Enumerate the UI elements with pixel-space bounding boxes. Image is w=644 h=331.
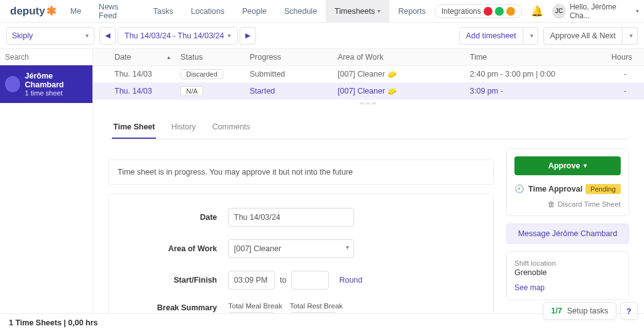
integrations-chip[interactable]: Integrations [435, 4, 522, 18]
brand-logo: deputy✱ [10, 4, 57, 18]
date-range-picker[interactable]: Thu 14/03/24 - Thu 14/03/24▾ [118, 27, 238, 45]
round-link[interactable]: Round [339, 276, 362, 285]
date-input[interactable] [228, 208, 354, 227]
tab-comments[interactable]: Comments [211, 117, 251, 139]
shift-location-label: Shift location [514, 259, 621, 267]
shift-location-value: Grenoble [514, 268, 621, 277]
col-date[interactable]: Date▴ [109, 49, 175, 65]
pending-badge: Pending [586, 184, 621, 194]
help-button[interactable]: ? [620, 302, 638, 320]
chevron-down-icon: ▾ [228, 32, 231, 39]
label-break-summary: Break Summary [128, 302, 228, 312]
approve-all-menu-button[interactable]: ▾ [623, 27, 638, 45]
nav-news-feed[interactable]: News Feed [90, 0, 144, 23]
approve-button[interactable]: Approve▾ [514, 156, 621, 175]
col-hours[interactable]: Hours [606, 49, 644, 65]
tab-time-sheet[interactable]: Time Sheet [112, 117, 156, 139]
avatar[interactable]: JC [552, 4, 566, 19]
location-dropdown[interactable]: Skiply▾ [6, 27, 94, 45]
chevron-down-icon: ▾ [584, 162, 587, 169]
hello-label: Hello, Jérôme Cha... [570, 3, 633, 20]
person-timesheet-count: 1 time sheet [25, 89, 87, 97]
clock-icon: 🕘 [514, 185, 525, 193]
integration-dot-3-icon [506, 7, 515, 16]
label-date: Date [128, 213, 228, 222]
notifications-bell-icon[interactable]: 🔔 [531, 5, 543, 17]
status-badge: Discarded [180, 69, 223, 79]
add-timesheet-button[interactable]: Add timesheet [459, 27, 523, 45]
chevron-down-icon: ▾ [377, 8, 380, 14]
date-next-button[interactable]: ▶ [240, 27, 256, 45]
nav-schedule[interactable]: Schedule [275, 0, 326, 23]
nav-me[interactable]: Me [62, 0, 90, 23]
person-avatar-icon [5, 76, 20, 92]
nav-locations[interactable]: Locations [182, 0, 234, 23]
sort-asc-icon: ▴ [167, 54, 170, 60]
label-area: Area of Work [128, 244, 228, 253]
footer-summary: 1 Time Sheets | 0,00 hrs [9, 318, 98, 327]
search-input[interactable] [5, 53, 87, 62]
table-row[interactable]: Thu. 14/03 N/A Started [007] Cleaner🧽 3:… [93, 82, 644, 99]
nav-people[interactable]: People [233, 0, 275, 23]
chevron-down-icon: ▾ [530, 32, 533, 39]
col-time[interactable]: Time [465, 49, 606, 65]
person-card[interactable]: Jérôme Chambard 1 time sheet [0, 65, 92, 103]
logo-asterisk-icon: ✱ [47, 4, 57, 18]
sponge-icon: 🧽 [387, 70, 397, 79]
see-map-link[interactable]: See map [514, 283, 621, 292]
nav-timesheets[interactable]: Timesheets▾ [326, 0, 389, 23]
info-banner: Time sheet is in progress. You may appro… [108, 160, 494, 185]
table-row[interactable]: Thu. 14/03 Discarded Submitted [007] Cle… [93, 65, 644, 82]
integration-dot-1-icon [484, 7, 492, 16]
setup-tasks-button[interactable]: 1/7 Setup tasks [543, 302, 616, 320]
integration-dot-2-icon [495, 7, 504, 16]
chevron-down-icon: ▾ [630, 32, 633, 39]
to-label: to [280, 276, 286, 285]
date-prev-button[interactable]: ◀ [99, 27, 116, 45]
label-start-finish: Start/Finish [128, 276, 228, 285]
label-rest-break: Total Rest Break [290, 302, 343, 310]
col-progress[interactable]: Progress [245, 49, 333, 65]
person-name: Jérôme Chambard [25, 72, 87, 89]
tab-history[interactable]: History [170, 117, 197, 139]
nav-reports[interactable]: Reports [389, 0, 435, 23]
col-area[interactable]: Area of Work [333, 49, 465, 65]
nav-tasks[interactable]: Tasks [145, 0, 182, 23]
area-select[interactable] [228, 239, 354, 258]
col-status[interactable]: Status [175, 49, 245, 65]
label-meal-break: Total Meal Break [228, 302, 282, 310]
resize-grip-icon[interactable]: ═══ [93, 100, 644, 106]
status-badge: N/A [180, 86, 203, 96]
finish-time-input[interactable] [291, 271, 329, 290]
start-time-input[interactable] [228, 271, 275, 290]
approve-all-button[interactable]: Approve All & Next [543, 27, 623, 45]
discard-timesheet-link[interactable]: 🗑 Discard Time Sheet [548, 200, 621, 208]
user-menu-chevron-icon[interactable]: ▾ [636, 8, 639, 14]
add-timesheet-menu-button[interactable]: ▾ [523, 27, 538, 45]
message-user-button[interactable]: Message Jérôme Chambard [506, 224, 629, 244]
sponge-icon: 🧽 [387, 87, 397, 95]
chevron-down-icon: ▾ [86, 32, 89, 39]
